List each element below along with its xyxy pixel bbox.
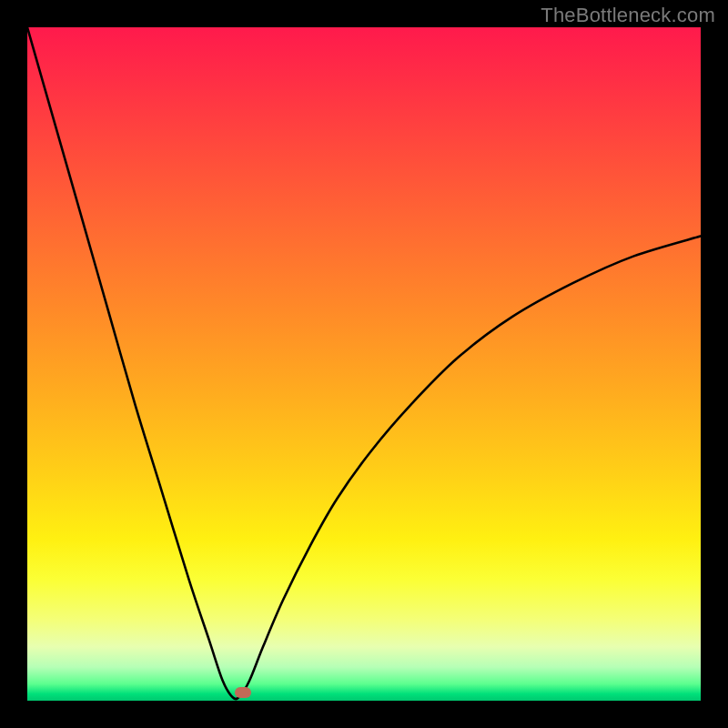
bottleneck-curve bbox=[27, 27, 701, 699]
curve-svg bbox=[27, 27, 701, 701]
plot-area bbox=[27, 27, 701, 701]
chart-frame: TheBottleneck.com bbox=[0, 0, 728, 728]
optimal-point-marker bbox=[235, 687, 251, 698]
attribution-label: TheBottleneck.com bbox=[541, 4, 715, 27]
